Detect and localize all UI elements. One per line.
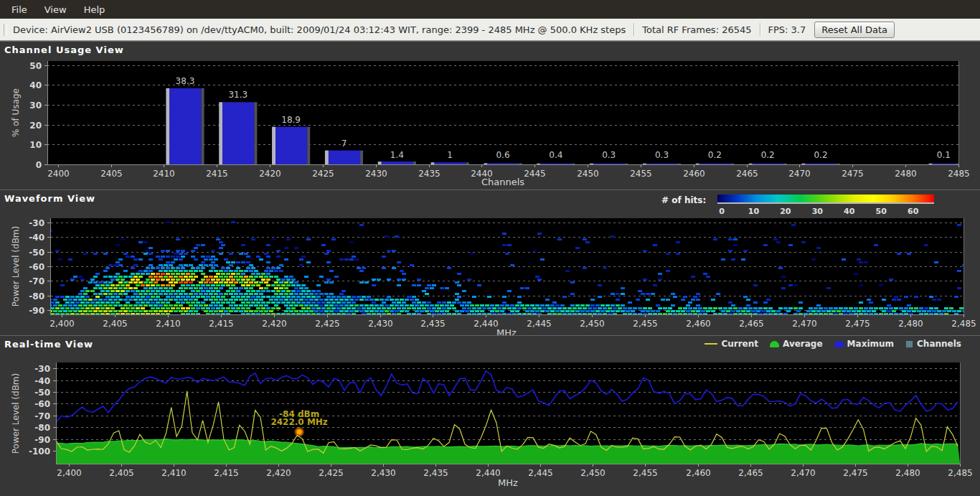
svg-text:20: 20 bbox=[29, 121, 42, 131]
svg-text:0.2: 0.2 bbox=[814, 150, 827, 160]
usage-x-axis-label: Channels bbox=[47, 177, 958, 187]
svg-text:31.3: 31.3 bbox=[228, 90, 248, 100]
device-toolbar: Device: AirView2 USB (0123456789) on /de… bbox=[0, 19, 980, 41]
total-rf-frames: Total RF Frames: 26545 bbox=[642, 24, 751, 35]
svg-text:-80: -80 bbox=[34, 423, 50, 433]
svg-text:0.4: 0.4 bbox=[549, 150, 562, 160]
svg-text:38.3: 38.3 bbox=[176, 76, 195, 86]
svg-text:50: 50 bbox=[29, 61, 42, 71]
svg-text:-30: -30 bbox=[34, 364, 50, 374]
toolbar-grip[interactable] bbox=[4, 24, 7, 36]
toolbar-separator bbox=[760, 23, 760, 36]
device-info: Device: AirView2 USB (0123456789) on /de… bbox=[13, 24, 626, 35]
svg-text:-60: -60 bbox=[29, 262, 44, 272]
svg-text:-40: -40 bbox=[34, 376, 50, 386]
svg-text:0.3: 0.3 bbox=[602, 150, 616, 160]
svg-text:2422.0 MHz: 2422.0 MHz bbox=[270, 417, 327, 427]
toolbar-separator bbox=[633, 23, 634, 36]
svg-text:1: 1 bbox=[447, 150, 453, 160]
svg-text:2,470: 2,470 bbox=[791, 468, 815, 478]
svg-text:-80: -80 bbox=[29, 291, 44, 301]
menu-bar: File View Help bbox=[0, 0, 980, 19]
svg-text:2,475: 2,475 bbox=[843, 468, 867, 478]
realtime-panel: Real-time View CurrentAverageMaximumChan… bbox=[0, 335, 980, 496]
svg-text:18.9: 18.9 bbox=[281, 115, 301, 125]
svg-text:2,450: 2,450 bbox=[580, 468, 605, 478]
svg-text:2,440: 2,440 bbox=[476, 468, 500, 478]
realtime-x-axis-label: MHz bbox=[56, 477, 960, 488]
menu-view[interactable]: View bbox=[36, 1, 75, 18]
fps-indicator: FPS: 3.7 bbox=[768, 24, 806, 35]
svg-text:2,455: 2,455 bbox=[633, 468, 657, 478]
waveform-panel: Waveform View # of hits: 0102030405060 P… bbox=[0, 189, 980, 335]
svg-text:0: 0 bbox=[36, 160, 42, 170]
svg-text:-90: -90 bbox=[34, 435, 50, 445]
svg-text:2,485: 2,485 bbox=[948, 468, 972, 478]
svg-text:2,435: 2,435 bbox=[423, 468, 448, 478]
reset-all-data-button[interactable]: Reset All Data bbox=[814, 22, 895, 38]
svg-text:-70: -70 bbox=[29, 276, 44, 286]
svg-text:0.1: 0.1 bbox=[937, 150, 951, 160]
svg-text:2,425: 2,425 bbox=[319, 468, 343, 478]
marker-dot bbox=[296, 429, 303, 435]
svg-text:0.3: 0.3 bbox=[655, 150, 669, 160]
svg-text:2,465: 2,465 bbox=[738, 468, 763, 478]
svg-text:-70: -70 bbox=[34, 411, 50, 421]
svg-text:7: 7 bbox=[341, 139, 347, 149]
svg-text:2,405: 2,405 bbox=[109, 468, 133, 478]
svg-text:2,430: 2,430 bbox=[371, 468, 395, 478]
svg-text:-60: -60 bbox=[34, 399, 50, 409]
realtime-chart: -30-40-50-60-70-80-90-100-84 dBm2422.0 M… bbox=[0, 336, 980, 496]
svg-text:2,460: 2,460 bbox=[686, 468, 710, 478]
svg-text:-100: -100 bbox=[29, 446, 50, 457]
waveform-spectral-plot bbox=[51, 218, 963, 314]
channel-usage-chart: 0102030405024002405241024152420242524302… bbox=[0, 42, 980, 190]
channel-usage-panel: Channel Usage View % of Usage 0102030405… bbox=[0, 41, 980, 189]
menu-file[interactable]: File bbox=[3, 1, 36, 18]
svg-text:30: 30 bbox=[29, 100, 42, 111]
svg-text:2,410: 2,410 bbox=[161, 468, 186, 478]
svg-text:-30: -30 bbox=[29, 218, 44, 228]
svg-text:2,420: 2,420 bbox=[266, 468, 291, 478]
svg-text:2,480: 2,480 bbox=[895, 468, 920, 478]
svg-text:1.4: 1.4 bbox=[390, 150, 404, 160]
svg-text:-50: -50 bbox=[29, 248, 44, 258]
svg-text:-90: -90 bbox=[29, 306, 44, 316]
menu-help[interactable]: Help bbox=[75, 1, 114, 18]
airview-window: File View Help Device: AirView2 USB (012… bbox=[0, 0, 980, 496]
svg-text:2,400: 2,400 bbox=[57, 468, 81, 478]
svg-text:0.2: 0.2 bbox=[761, 150, 775, 160]
svg-text:-40: -40 bbox=[29, 233, 44, 243]
svg-text:0.2: 0.2 bbox=[708, 150, 722, 160]
svg-text:10: 10 bbox=[29, 140, 42, 150]
svg-text:40: 40 bbox=[29, 80, 42, 90]
svg-text:2,445: 2,445 bbox=[528, 468, 552, 478]
svg-text:-50: -50 bbox=[34, 388, 50, 398]
svg-text:0.6: 0.6 bbox=[496, 150, 509, 160]
svg-text:2,415: 2,415 bbox=[214, 468, 238, 478]
